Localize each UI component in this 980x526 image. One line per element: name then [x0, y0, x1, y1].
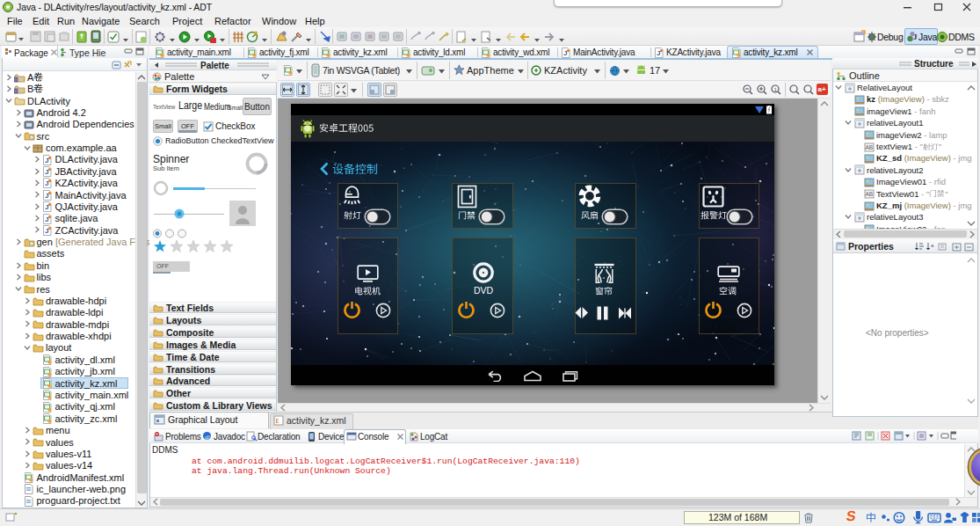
svg-text:AB: AB	[866, 144, 874, 150]
svg-text:J: J	[45, 227, 48, 235]
svg-text:@: @	[205, 433, 211, 440]
svg-text:1: 1	[774, 87, 778, 92]
svg-text:J: J	[657, 49, 660, 57]
svg-text:J: J	[45, 216, 48, 223]
svg-text:AB: AB	[866, 191, 874, 197]
svg-text:a: a	[931, 243, 934, 248]
svg-text:J: J	[563, 49, 567, 57]
svg-text:J: J	[45, 179, 48, 187]
svg-text:J: J	[45, 157, 48, 164]
svg-text:J: J	[45, 203, 48, 211]
svg-text:E: E	[276, 418, 279, 425]
svg-text:J: J	[913, 33, 918, 41]
svg-text:J: J	[45, 192, 48, 200]
svg-text:J: J	[45, 168, 48, 176]
